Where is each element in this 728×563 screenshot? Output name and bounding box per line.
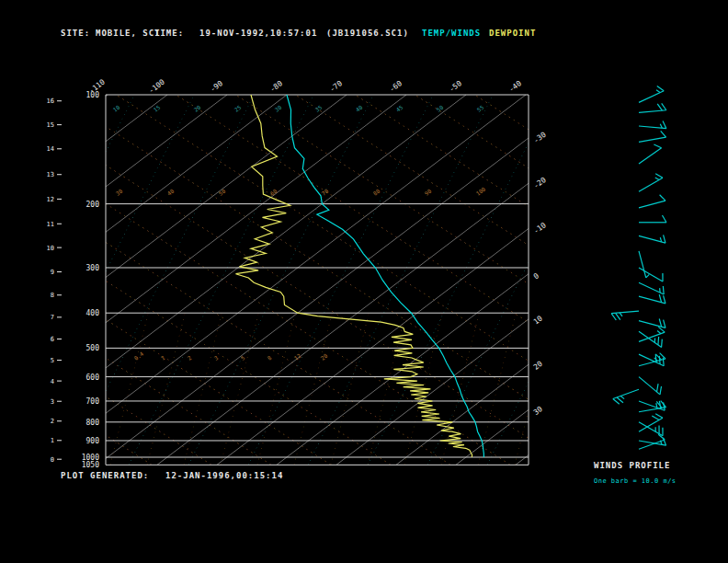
svg-text:1050: 1050 <box>82 461 99 469</box>
svg-text:500: 500 <box>86 344 100 352</box>
svg-text:40: 40 <box>354 104 363 113</box>
svg-text:1: 1 <box>159 354 165 362</box>
plot-generated-label: PLOT GENERATED: <box>61 471 149 480</box>
svg-text:16: 16 <box>47 98 54 105</box>
svg-text:2: 2 <box>51 418 54 425</box>
svg-text:-30: -30 <box>532 131 548 145</box>
svg-text:6: 6 <box>51 336 54 343</box>
svg-text:0.4: 0.4 <box>132 350 144 361</box>
moist-adiabat-lines <box>0 95 672 465</box>
svg-text:20: 20 <box>532 360 544 372</box>
svg-text:3: 3 <box>51 398 54 406</box>
svg-text:15: 15 <box>47 121 54 129</box>
skewt-app-window: SITE: MOBILE, SC1 TIME: 19-NOV-1992,10:5… <box>0 0 728 563</box>
svg-text:-90: -90 <box>209 79 224 94</box>
svg-text:60: 60 <box>268 188 278 197</box>
svg-text:14: 14 <box>47 145 54 153</box>
svg-text:800: 800 <box>86 419 100 427</box>
plot-generated-value: 12-JAN-1996,00:15:14 <box>165 471 283 480</box>
svg-text:50: 50 <box>217 188 226 197</box>
svg-text:40: 40 <box>165 188 175 197</box>
svg-text:-50: -50 <box>448 79 463 94</box>
dry-adiabat-lines <box>0 95 728 465</box>
svg-text:4: 4 <box>51 378 54 385</box>
svg-text:10: 10 <box>532 314 544 326</box>
isotherm-lines <box>0 95 728 465</box>
svg-text:10: 10 <box>111 104 120 113</box>
wind-barbs <box>611 86 666 450</box>
svg-text:700: 700 <box>86 397 100 406</box>
svg-text:-20: -20 <box>532 176 548 190</box>
svg-text:100: 100 <box>474 185 486 196</box>
dewpoint-curve <box>236 95 472 457</box>
svg-text:900: 900 <box>86 437 100 445</box>
svg-text:-40: -40 <box>507 79 523 94</box>
svg-text:1: 1 <box>51 437 54 444</box>
svg-text:7: 7 <box>51 314 54 321</box>
svg-text:10: 10 <box>47 245 54 252</box>
svg-text:-100: -100 <box>147 78 166 96</box>
svg-text:3: 3 <box>212 354 219 362</box>
moist-adiabat-value-labels: 10152025303540455055 <box>111 104 484 113</box>
svg-text:200: 200 <box>86 201 100 209</box>
height-axis-labels: 161514131211109876543210 <box>47 98 62 463</box>
svg-text:8: 8 <box>266 354 272 362</box>
svg-text:-70: -70 <box>328 79 344 94</box>
mixing-ratio-value-labels: 0.4123581220 <box>132 350 328 361</box>
svg-text:30: 30 <box>532 405 544 417</box>
svg-text:12: 12 <box>292 352 301 362</box>
svg-text:90: 90 <box>423 188 432 197</box>
pressure-axis-labels: 10020030040050060070080090010001050 <box>82 91 99 469</box>
temp-axis-right-labels: -30-20-100102030 <box>532 131 548 417</box>
svg-text:9: 9 <box>51 269 54 276</box>
svg-text:300: 300 <box>86 264 100 272</box>
svg-text:-60: -60 <box>388 79 404 94</box>
svg-text:20: 20 <box>192 104 201 113</box>
svg-text:600: 600 <box>86 373 100 382</box>
svg-text:8: 8 <box>51 292 54 299</box>
svg-text:2: 2 <box>186 354 192 362</box>
pressure-grid <box>106 95 529 465</box>
svg-text:20: 20 <box>319 352 328 362</box>
svg-text:11: 11 <box>47 221 54 228</box>
svg-text:-10: -10 <box>532 221 548 236</box>
svg-text:45: 45 <box>394 104 404 113</box>
svg-text:30: 30 <box>114 188 123 197</box>
svg-text:12: 12 <box>47 196 54 203</box>
svg-text:400: 400 <box>86 309 100 317</box>
winds-profile-title: WINDS PROFILE <box>594 461 670 470</box>
svg-text:30: 30 <box>273 104 282 113</box>
dry-adiabat-value-labels: 30405060708090100 <box>114 185 486 196</box>
svg-text:0: 0 <box>532 271 540 281</box>
svg-text:25: 25 <box>233 104 242 113</box>
svg-text:0: 0 <box>51 456 54 464</box>
svg-text:-80: -80 <box>268 79 284 94</box>
svg-text:80: 80 <box>371 188 381 197</box>
svg-text:5: 5 <box>51 357 54 364</box>
svg-text:13: 13 <box>47 171 54 178</box>
temp-axis-top-labels: -110-100-90-80-70-60-50-40 <box>87 78 523 96</box>
winds-profile-legend: One barb = 10.0 m/s <box>594 477 677 485</box>
svg-text:55: 55 <box>475 104 484 113</box>
